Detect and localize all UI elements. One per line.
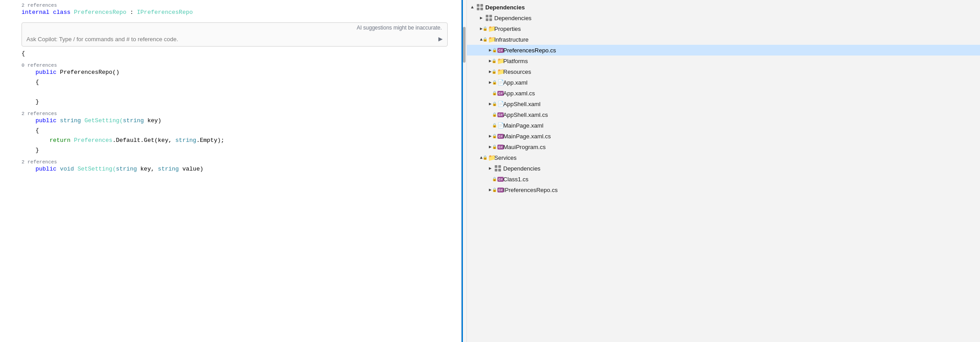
keyword-public: public xyxy=(35,69,56,76)
svg-rect-11 xyxy=(498,169,501,171)
empty-call: .Empty); xyxy=(196,137,224,144)
tree-icon-lock-folder: 🔒📁 xyxy=(485,35,493,43)
tree-node[interactable]: ▶🔒📁Properties xyxy=(467,23,980,34)
svg-rect-6 xyxy=(486,18,488,21)
tree-node[interactable]: 🔒C#Class1.cs xyxy=(467,174,980,184)
interface-name: IPreferencesRepo xyxy=(137,9,193,16)
editor-scrollbar[interactable] xyxy=(462,0,467,342)
tree-label: Dependencies xyxy=(485,4,525,11)
tree-node[interactable]: ▶🔒C#IPreferencesRepo.cs xyxy=(467,184,980,195)
setsetting-line: public void SetSetting( string key, stri… xyxy=(0,166,461,175)
tree-node[interactable]: ▶🔒C#MauiProgram.cs xyxy=(467,141,980,152)
svg-rect-9 xyxy=(498,165,501,168)
tree-icon-csharp-lock: 🔒C# xyxy=(494,175,502,183)
copilot-input-row[interactable]: ▶ xyxy=(22,32,447,46)
brace-open: { xyxy=(22,50,25,57)
tree-label: App.xaml xyxy=(503,79,527,86)
method-name: GetSetting( xyxy=(84,117,123,124)
tree-icon-csharp-lock: 🔒C# xyxy=(494,132,502,140)
tree-arrow[interactable]: ▶ xyxy=(478,15,485,21)
copilot-hint: AI suggestions might be inaccurate. xyxy=(22,23,447,32)
tree-node[interactable]: ▶🔒📄AppShell.xaml xyxy=(467,98,980,109)
ref-label-3: 2 references xyxy=(0,108,461,117)
tree-label: MauiProgram.cs xyxy=(503,144,546,150)
brace-open-2: { xyxy=(0,79,461,89)
tree-icon-csharp-lock: 🔒C# xyxy=(494,186,502,194)
scroll-indicator xyxy=(462,0,463,342)
tree-node[interactable]: 🔒C#AppShell.xaml.cs xyxy=(467,109,980,120)
tree-node[interactable]: ▶Dependencies xyxy=(467,13,980,23)
tree-label: AppShell.xaml.cs xyxy=(503,111,548,118)
indent2 xyxy=(22,79,35,86)
keyword-public2: public xyxy=(35,117,56,124)
tree-label: Dependencies xyxy=(503,165,540,172)
editor-panel: 2 references internal class PreferencesR… xyxy=(0,0,462,342)
string-type: string xyxy=(175,137,196,144)
tree-label: PreferencesRepo.cs xyxy=(503,47,556,54)
str-type-val: string xyxy=(158,166,179,172)
copilot-input[interactable] xyxy=(26,36,435,43)
tree-icon-deps xyxy=(485,14,493,22)
tree-icon-lock-folder: 🔒📁 xyxy=(494,57,502,65)
tree-icon-lock-xaml: 🔒📄 xyxy=(494,121,502,129)
tree-label: App.xaml.cs xyxy=(503,90,535,97)
tree-node[interactable]: ▶🔒C#MainPage.xaml.cs xyxy=(467,131,980,141)
tree-node[interactable]: 🔒C#App.xaml.cs xyxy=(467,88,980,98)
ref-label-2: 0 references xyxy=(0,60,461,69)
svg-rect-7 xyxy=(489,18,492,21)
key-param: key, xyxy=(137,166,158,172)
svg-rect-3 xyxy=(480,8,483,10)
svg-rect-5 xyxy=(489,15,492,17)
colon: : xyxy=(126,9,137,16)
value-param: value) xyxy=(179,166,203,172)
keyword-void: void xyxy=(60,166,74,172)
send-icon[interactable]: ▶ xyxy=(438,34,443,43)
ref-label-1: 2 references xyxy=(0,0,461,9)
keyword-class: class xyxy=(49,9,74,16)
tree-node[interactable]: ▶🔒📁Platforms xyxy=(467,56,980,66)
tree-icon-lock-xaml: 🔒📄 xyxy=(494,78,502,86)
tree-icon-csharp-lock: 🔒C# xyxy=(494,46,502,54)
str-type-key: string xyxy=(116,166,137,172)
param-name: key) xyxy=(144,117,161,124)
brace-open-line: { xyxy=(0,50,461,60)
keyword-return: return xyxy=(49,137,70,144)
tree-label: AppShell.xaml xyxy=(503,101,540,107)
tree-arrow[interactable]: ▶ xyxy=(487,166,494,171)
tree-node[interactable]: ▲🔒📁Services xyxy=(467,152,980,163)
tree-icon-lock-folder: 🔒📁 xyxy=(485,25,493,33)
copilot-box: AI suggestions might be inaccurate. ▶ xyxy=(22,22,448,47)
keyword-public3: public xyxy=(35,166,56,172)
tree-node[interactable]: ▶🔒📁Resources xyxy=(467,66,980,77)
class-name: PreferencesRepo xyxy=(74,9,126,16)
code-area: 2 references internal class PreferencesR… xyxy=(0,0,461,342)
tree-label: Class1.cs xyxy=(503,176,528,183)
indent-spaces xyxy=(22,69,35,76)
tree-node[interactable]: 🔒📄MainPage.xaml xyxy=(467,120,980,131)
indent4 xyxy=(22,117,35,124)
ref-label-4: 2 references xyxy=(0,157,461,166)
tree-node[interactable]: ▶🔒📄App.xaml xyxy=(467,77,980,88)
tree-node[interactable]: ▲🔒📁Infrastructure xyxy=(467,34,980,45)
scrollbar-thumb[interactable] xyxy=(463,27,466,63)
tree-node[interactable]: ▶🔒C#PreferencesRepo.cs xyxy=(467,45,980,56)
tree-icon-deps xyxy=(476,3,484,11)
return-line: return Preferences .Default.Get(key, str… xyxy=(0,137,461,147)
svg-rect-8 xyxy=(495,165,497,168)
brace-close-2: } xyxy=(0,98,461,108)
tree-icon-csharp-lock: 🔒C# xyxy=(494,111,502,119)
empty-line-1 xyxy=(0,89,461,98)
param-type: string xyxy=(123,117,144,124)
class-declaration-line: internal class PreferencesRepo : IPrefer… xyxy=(0,9,461,19)
tree-label: Properties xyxy=(494,26,521,32)
tree-icon-csharp-lock: 🔒C# xyxy=(494,89,502,97)
tree-node[interactable]: ▲Dependencies xyxy=(467,2,980,13)
tree-label: Services xyxy=(494,154,517,161)
tree-arrow[interactable]: ▲ xyxy=(469,5,476,10)
indent3 xyxy=(22,98,35,105)
svg-rect-1 xyxy=(480,4,483,7)
brace-open-3: { xyxy=(0,127,461,137)
svg-rect-2 xyxy=(477,8,479,10)
tree-node[interactable]: ▶Dependencies xyxy=(467,163,980,174)
getsetting-line: public string GetSetting( string key) xyxy=(0,117,461,127)
